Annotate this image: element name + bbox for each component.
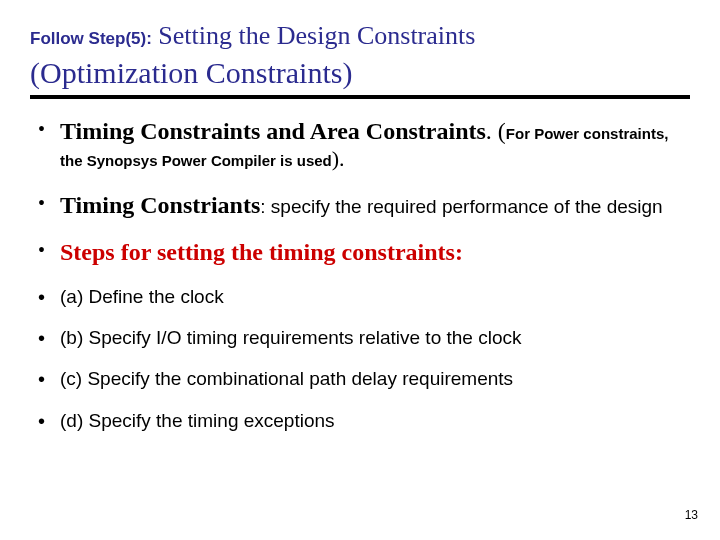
- bullet-1-tail2: ).: [332, 146, 345, 171]
- bullet-3: Steps for setting the timing constraints…: [38, 238, 690, 267]
- title-underline: [30, 95, 690, 99]
- sub-bullet-c: (c) Specify the combinational path delay…: [38, 367, 690, 390]
- title-line-1: Follow Step(5): Setting the Design Const…: [30, 20, 690, 53]
- slide-title: Follow Step(5): Setting the Design Const…: [30, 20, 690, 91]
- bullet-3-text: Steps for setting the timing constraints…: [60, 239, 463, 265]
- bullet-1-head: Timing Constraints and Area Constraints: [60, 118, 486, 144]
- bullet-2-head: Timing Constriants: [60, 192, 260, 218]
- sub-bullet-a: (a) Define the clock: [38, 285, 690, 308]
- bullet-2-tail: : specify the required performance of th…: [260, 196, 662, 217]
- title-main-1: Setting the Design Constraints: [158, 21, 475, 50]
- title-line-2: (Optimization Constraints): [30, 55, 690, 91]
- sub-bullet-d: (d) Specify the timing exceptions: [38, 409, 690, 432]
- title-prefix: Follow Step(5):: [30, 29, 152, 48]
- page-number: 13: [685, 508, 698, 522]
- sub-bullet-b: (b) Specify I/O timing requirements rela…: [38, 326, 690, 349]
- bullet-1: Timing Constraints and Area Constraints.…: [38, 117, 690, 173]
- bullet-2: Timing Constriants: specify the required…: [38, 191, 690, 220]
- bullet-list: Timing Constraints and Area Constraints.…: [30, 117, 690, 432]
- bullet-1-tail1: . (: [486, 118, 506, 144]
